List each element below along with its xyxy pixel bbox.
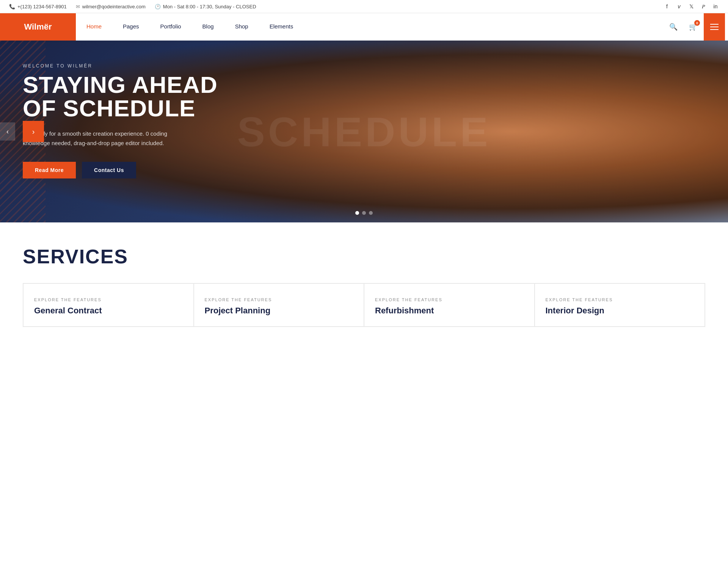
chevron-right-icon: › [32,127,35,136]
hero-content: WELCOME TO WILMËR STAYING AHEAD OF SCHED… [0,41,243,178]
service-card-refurbishment[interactable]: EXPLORE THE FEATURES Refurbishment [364,283,535,327]
service-card-project-planning[interactable]: EXPLORE THE FEATURES Project Planning [194,283,364,327]
hamburger-line-2 [710,27,719,27]
facebook-icon[interactable]: f [664,3,670,10]
service-name-2: Project Planning [205,306,353,316]
top-bar: 📞 +(123) 1234-567-8901 ✉ wilmer@qodeinte… [0,0,728,13]
hours-text: Mon - Sat 8:00 - 17:30, Sunday - CLOSED [163,4,256,9]
navbar-actions: 🔍 🛒 0 [664,13,728,41]
hero-welcome: WELCOME TO WILMËR [23,63,220,69]
nav-item-home[interactable]: Home [76,13,112,41]
vimeo-icon[interactable]: v [676,3,682,10]
email-icon: ✉ [76,4,80,9]
linkedin-icon[interactable]: in [712,3,719,10]
slide-dot-3[interactable] [369,211,373,215]
hamburger-line-1 [710,24,719,25]
service-explore-label-4: EXPLORE THE FEATURES [546,297,694,302]
read-more-button[interactable]: Read More [23,162,76,178]
email-address: wilmer@qodeinteractive.com [82,4,146,9]
service-card-general-contract[interactable]: EXPLORE THE FEATURES General Contract [23,283,194,327]
service-explore-label-2: EXPLORE THE FEATURES [205,297,353,302]
hamburger-icon [710,24,719,30]
site-logo[interactable]: Wilmër [0,13,76,41]
service-explore-label-1: EXPLORE THE FEATURES [34,297,183,302]
slider-next-button[interactable]: › [23,121,44,142]
service-name-4: Interior Design [546,306,694,316]
phone-number: +(123) 1234-567-8901 [17,4,67,9]
cart-badge: 0 [694,20,700,26]
services-title: SERVICES [23,245,705,268]
twitter-icon[interactable]: 𝕏 [688,3,695,10]
hero-buttons: Read More Contact Us [23,162,220,178]
services-grid: EXPLORE THE FEATURES General Contract EX… [23,283,705,327]
slide-dot-1[interactable] [355,211,359,215]
services-section: SERVICES EXPLORE THE FEATURES General Co… [0,222,728,342]
hero-title-line2: OF SCHEDULE [23,95,195,121]
nav-item-blog[interactable]: Blog [192,13,224,41]
phone-item: 📞 +(123) 1234-567-8901 [9,4,67,9]
nav-links: Home Pages Portfolio Blog Shop Elements [76,13,664,41]
hero-description: Get ready for a smooth site creation exp… [23,129,186,148]
hero-title-line1: STAYING AHEAD [23,72,218,98]
hero-title: STAYING AHEAD OF SCHEDULE [23,73,220,120]
hours-item: 🕐 Mon - Sat 8:00 - 17:30, Sunday - CLOSE… [155,4,256,9]
search-icon: 🔍 [669,23,678,31]
nav-item-pages[interactable]: Pages [112,13,150,41]
pinterest-icon[interactable]: 𝑃 [700,3,707,10]
hamburger-line-3 [710,29,719,30]
top-bar-social: f v 𝕏 𝑃 in [664,3,719,10]
contact-us-button[interactable]: Contact Us [82,162,136,178]
navbar: Wilmër Home Pages Portfolio Blog Shop El… [0,13,728,41]
search-button[interactable]: 🔍 [664,18,682,36]
top-bar-left: 📞 +(123) 1234-567-8901 ✉ wilmer@qodeinte… [9,4,256,9]
hamburger-button[interactable] [704,13,725,41]
slider-dots [355,211,373,215]
nav-item-elements[interactable]: Elements [259,13,304,41]
nav-item-portfolio[interactable]: Portfolio [150,13,192,41]
service-card-interior-design[interactable]: EXPLORE THE FEATURES Interior Design [535,283,705,327]
service-explore-label-3: EXPLORE THE FEATURES [375,297,524,302]
chevron-left-icon: ‹ [6,128,9,136]
service-name-1: General Contract [34,306,183,316]
phone-icon: 📞 [9,4,15,9]
slide-dot-2[interactable] [362,211,366,215]
clock-icon: 🕐 [155,4,161,9]
email-item: ✉ wilmer@qodeinteractive.com [76,4,146,9]
hero-section: SCHEDULE WELCOME TO WILMËR STAYING AHEAD… [0,41,728,222]
slider-prev-button[interactable]: ‹ [0,122,15,141]
nav-item-shop[interactable]: Shop [224,13,259,41]
cart-button[interactable]: 🛒 0 [684,18,702,36]
service-name-3: Refurbishment [375,306,524,316]
